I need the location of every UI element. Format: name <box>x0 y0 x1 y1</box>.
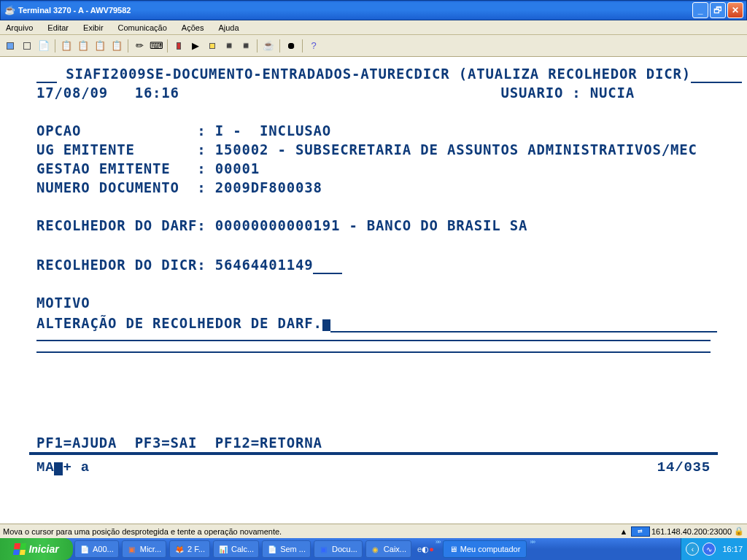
motivo-line3[interactable] <box>36 351 711 353</box>
tool-stop-icon[interactable]: ◾ <box>222 39 236 53</box>
window-title: Terminal 3270 - A - AWV79582 <box>18 6 131 15</box>
menu-editar[interactable]: Editar <box>44 22 71 34</box>
windows-icon <box>13 543 26 555</box>
taskbar-item[interactable]: ▣Docu... <box>314 540 363 558</box>
tool-copy2-icon[interactable]: 📋 <box>76 39 90 53</box>
taskbar-item[interactable]: 📊Calc... <box>213 540 259 558</box>
taskbar-mycomputer[interactable]: 🖥 Meu computador <box>443 540 527 558</box>
tool-stop2-icon[interactable]: ◾ <box>239 39 253 53</box>
taskbar: Iniciar 📄A00... ▣Micr... 🦊2 F... 📊Calc..… <box>0 538 747 560</box>
tool-coffee-icon[interactable]: ☕ <box>261 39 276 53</box>
menu-bar: Arquivo Editar Exibir Comunicação Ações … <box>0 20 747 35</box>
minimize-button[interactable]: _ <box>692 2 708 18</box>
menu-comunicacao[interactable]: Comunicação <box>115 22 170 34</box>
toolbar-separator <box>128 39 128 52</box>
menu-ajuda[interactable]: Ajuda <box>215 22 241 34</box>
terminal-status-row: MA+ a 14/035 <box>0 458 747 477</box>
tool-grid-icon[interactable] <box>20 39 34 53</box>
terminal-separator <box>29 452 718 455</box>
toolbar-separator <box>279 39 280 52</box>
tool-paste-icon[interactable]: 📋 <box>93 39 107 53</box>
toolbar-separator <box>55 39 55 52</box>
menu-acoes[interactable]: Ações <box>179 22 207 34</box>
tool-flag-grn-icon[interactable]: ▶ <box>188 39 203 53</box>
tool-monitor-icon[interactable] <box>3 39 18 53</box>
java-icon: ☕ <box>4 4 15 16</box>
terminal-area[interactable]: SIAFI2009SE-DOCUMENTO-ENTRADADOS-ATURECD… <box>0 57 747 524</box>
tool-paste2-icon[interactable]: 📋 <box>109 39 124 53</box>
tool-copy-icon[interactable]: 📋 <box>59 39 74 53</box>
tool-keyboard-icon[interactable]: ⌨ <box>149 39 163 53</box>
status-message: Mova o cursor para uma posição desproteg… <box>3 527 282 536</box>
tool-flag-red-icon[interactable] <box>171 39 186 53</box>
taskbar-item[interactable]: ▣Micr... <box>122 540 166 558</box>
start-button[interactable]: Iniciar <box>0 538 73 560</box>
tool-flag-ylw-icon[interactable] <box>205 39 220 53</box>
terminal-content[interactable]: SIAFI2009SE-DOCUMENTO-ENTRADADOS-ATURECD… <box>0 63 747 332</box>
tool-doc-icon[interactable]: 📄 <box>36 39 51 53</box>
cursor-position: 14/035 <box>657 458 711 477</box>
taskbar-item[interactable]: 📄A00... <box>74 540 119 558</box>
window-titlebar: ☕ Terminal 3270 - A - AWV79582 _ 🗗 ✕ <box>0 0 747 20</box>
chevrons-icon[interactable]: »» <box>436 538 440 560</box>
word-icon: ▣ <box>319 544 329 554</box>
taskbar-item[interactable]: ◉Caix... <box>365 540 411 558</box>
toolbar-separator <box>302 39 303 52</box>
toolbar-separator <box>167 39 168 52</box>
notepad-icon: 📄 <box>267 544 277 554</box>
computer-icon: 🖥 <box>449 545 457 553</box>
window-statusbar: Mova o cursor para uma posição desproteg… <box>0 524 747 538</box>
menu-arquivo[interactable]: Arquivo <box>3 22 36 34</box>
lock-icon: 🔒 <box>734 526 744 536</box>
network-icon[interactable]: ⇄ <box>631 526 650 537</box>
toolbar: 📄 📋 📋 📋 📋 ✏ ⌨ ▶ ◾ ◾ ☕ ⏺ ? <box>0 35 747 57</box>
maximize-button[interactable]: 🗗 <box>710 2 726 18</box>
tray-icon[interactable]: ● <box>429 545 434 553</box>
clock[interactable]: 16:17 <box>722 545 743 553</box>
status-up-icon[interactable]: ▲ <box>618 527 630 536</box>
calc-icon: 📊 <box>218 544 228 554</box>
tool-edit-icon[interactable]: ✏ <box>132 39 147 53</box>
toolbar-separator <box>257 39 258 52</box>
menu-exibir[interactable]: Exibir <box>80 22 107 34</box>
app-icon: 📄 <box>80 544 90 554</box>
firefox-icon: 🦊 <box>174 544 185 554</box>
close-button[interactable]: ✕ <box>727 2 743 18</box>
host-address: 161.148.40.200:23000 <box>651 527 732 536</box>
system-tray: ‹ ∿ 16:17 <box>681 538 747 560</box>
tool-record-icon[interactable]: ⏺ <box>284 39 298 53</box>
tool-help-icon[interactable]: ? <box>306 39 321 53</box>
motivo-line2[interactable] <box>36 340 711 341</box>
chevrons-icon[interactable]: »» <box>530 538 534 560</box>
taskbar-item[interactable]: 📄Sem ... <box>262 540 311 558</box>
tray-app-icon[interactable]: ∿ <box>703 542 716 556</box>
fkeys-row: PF1=AJUDA PF3=SAI PF12=RETORNA <box>0 433 747 452</box>
taskbar-item[interactable]: 🦊2 F... <box>169 540 210 558</box>
tray-back-icon[interactable]: ‹ <box>686 542 699 556</box>
tray-icon[interactable]: ◐ <box>422 545 429 554</box>
text-cursor <box>322 319 330 331</box>
app-icon: ◉ <box>371 544 381 554</box>
powerpoint-icon: ▣ <box>127 544 137 554</box>
